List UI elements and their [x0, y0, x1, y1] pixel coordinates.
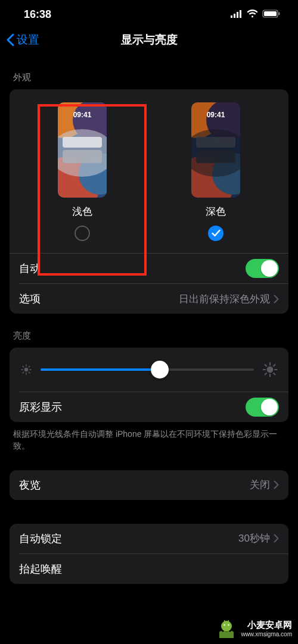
appearance-header: 外观: [10, 55, 288, 89]
autolock-row[interactable]: 自动锁定 30秒钟: [10, 524, 288, 554]
brightness-header: 亮度: [10, 314, 288, 348]
truetone-note: 根据环境光线条件自动调整 iPhone 屏幕以在不同环境下保持色彩显示一致。: [10, 422, 288, 452]
dark-label: 深色: [206, 205, 226, 218]
svg-line-36: [274, 365, 275, 366]
svg-rect-2: [237, 12, 238, 18]
appearance-options-row[interactable]: 选项 日出前保持深色外观: [10, 284, 288, 314]
sun-large-icon: [262, 362, 278, 377]
notif-preview: [196, 137, 235, 148]
thumb-time: 09:41: [58, 111, 107, 119]
battery-icon: [262, 8, 280, 21]
chevron-right-icon: [274, 295, 279, 304]
svg-rect-3: [240, 10, 241, 18]
brightness-slider-row: [10, 348, 288, 392]
auto-appearance-row[interactable]: 自动: [10, 254, 288, 283]
status-time: 16:38: [24, 8, 51, 21]
notif-preview: [196, 150, 235, 163]
chevron-right-icon: [274, 534, 279, 543]
nightshift-label: 夜览: [19, 478, 41, 492]
thumb-time: 09:41: [191, 111, 240, 119]
back-label: 设置: [17, 32, 39, 48]
slider-thumb[interactable]: [151, 361, 169, 379]
watermark-title: 小麦安卓网: [241, 620, 292, 631]
svg-rect-5: [264, 11, 277, 16]
nightshift-value: 关闭: [250, 478, 270, 492]
svg-rect-0: [231, 15, 232, 18]
svg-point-28: [267, 367, 274, 373]
nightshift-row[interactable]: 夜览 关闭: [10, 470, 288, 500]
light-radio[interactable]: [74, 226, 90, 241]
status-bar: 16:38: [0, 0, 298, 24]
options-value: 日出前保持深色外观: [179, 292, 270, 306]
appearance-option-dark[interactable]: 09:41 深色: [191, 102, 240, 241]
svg-line-35: [265, 373, 266, 374]
svg-line-26: [23, 372, 24, 373]
watermark: 小麦安卓网 www.xmsigma.com: [216, 618, 292, 639]
svg-point-37: [221, 621, 232, 632]
status-indicators: [231, 8, 280, 21]
checkmark-icon: [212, 230, 221, 237]
truetone-label: 原彩显示: [19, 400, 62, 414]
light-label: 浅色: [72, 205, 92, 218]
truetone-row[interactable]: 原彩显示: [10, 392, 288, 422]
svg-line-25: [29, 372, 29, 373]
svg-point-41: [228, 624, 230, 626]
watermark-logo-icon: [216, 618, 237, 639]
raise-to-wake-row[interactable]: 抬起唤醒: [10, 554, 288, 584]
svg-rect-6: [279, 12, 280, 15]
svg-point-19: [24, 368, 29, 372]
brightness-card: 原彩显示: [10, 348, 288, 422]
auto-label: 自动: [19, 261, 41, 276]
truetone-switch[interactable]: [246, 398, 279, 417]
svg-rect-1: [234, 14, 235, 18]
wifi-icon: [247, 8, 258, 21]
dark-radio[interactable]: [208, 226, 224, 241]
svg-line-33: [265, 365, 266, 366]
brightness-slider[interactable]: [41, 368, 254, 371]
nav-bar: 设置 显示与亮度: [0, 24, 298, 55]
svg-line-34: [274, 373, 275, 374]
svg-line-24: [23, 366, 24, 367]
chevron-right-icon: [274, 480, 279, 489]
auto-switch[interactable]: [246, 259, 279, 278]
svg-line-27: [29, 366, 29, 367]
appearance-card: 09:41 浅色 09:: [10, 89, 288, 314]
autolock-value: 30秒钟: [238, 532, 270, 545]
raise-label: 抬起唤醒: [19, 562, 62, 576]
appearance-option-light[interactable]: 09:41 浅色: [58, 102, 107, 241]
notif-preview: [63, 137, 102, 148]
svg-point-40: [224, 624, 226, 626]
nightshift-card: 夜览 关闭: [10, 470, 288, 500]
sun-small-icon: [20, 364, 32, 376]
cellular-icon: [231, 8, 243, 21]
lock-card: 自动锁定 30秒钟 抬起唤醒: [10, 524, 288, 584]
autolock-label: 自动锁定: [19, 532, 62, 546]
options-label: 选项: [19, 292, 41, 306]
watermark-url: www.xmsigma.com: [241, 631, 292, 637]
light-thumbnail: 09:41: [58, 102, 107, 198]
back-button[interactable]: 设置: [0, 32, 39, 48]
chevron-left-icon: [6, 33, 14, 46]
dark-thumbnail: 09:41: [191, 102, 240, 198]
notif-preview: [63, 150, 102, 163]
page-title: 显示与亮度: [0, 32, 298, 48]
